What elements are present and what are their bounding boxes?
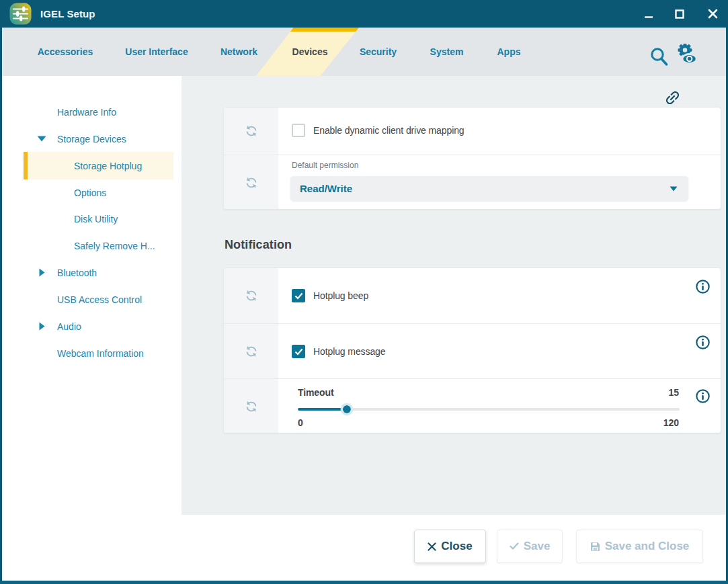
maximize-icon (675, 9, 684, 19)
sidebar-item-options[interactable]: Options (2, 179, 181, 206)
drive-mapping-checkbox[interactable] (292, 124, 305, 137)
reset-hotplug-message-button[interactable] (224, 324, 278, 378)
timeout-row: Timeout 15 0 120 (224, 378, 721, 433)
sidebar-item-disk-utility[interactable]: Disk Utility (2, 205, 181, 233)
gear-eye-icon (676, 44, 700, 68)
tab-system[interactable]: System (418, 28, 475, 76)
window-title: IGEL Setup (40, 0, 95, 28)
close-x-icon (428, 542, 436, 551)
close-button[interactable]: Close (414, 530, 486, 563)
tab-user-interface[interactable]: User Interface (115, 28, 198, 76)
minimize-icon (644, 9, 653, 19)
reset-default-permission-button[interactable] (224, 155, 278, 210)
sidebar-item-storage-hotplug[interactable]: Storage Hotplug (24, 152, 173, 179)
save-check-icon (510, 542, 519, 550)
timeout-slider-fill (298, 408, 347, 411)
chevron-collapsed-icon[interactable] (36, 321, 47, 332)
default-permission-row: Default permission Read/Write (224, 155, 721, 210)
default-permission-body: Default permission Read/Write (278, 155, 721, 210)
tab-security[interactable]: Security (350, 28, 407, 76)
view-settings-button[interactable] (674, 42, 701, 69)
save-button[interactable]: Save (497, 530, 563, 563)
igel-logo (9, 3, 32, 25)
default-permission-select[interactable]: Read/Write (290, 176, 688, 201)
reset-icon (244, 399, 259, 414)
drive-mapping-body: Enable dynamic client drive mapping (278, 108, 721, 155)
hotplug-beep-label: Hotplug beep (313, 290, 368, 301)
sidebar-item-storage-devices[interactable]: Storage Devices (2, 125, 181, 153)
timeout-value: 15 (668, 387, 679, 398)
floppy-disk-icon (590, 542, 600, 552)
reset-timeout-button[interactable] (224, 379, 278, 433)
drive-mapping-label: Enable dynamic client drive mapping (313, 125, 464, 136)
notification-card: Hotplug beep (223, 267, 721, 433)
timeout-min: 0 (298, 417, 303, 428)
reset-icon (244, 124, 259, 138)
sidebar-item-safely-remove[interactable]: Safely Remove H... (2, 232, 181, 259)
tab-accessories[interactable]: Accessories (28, 28, 102, 76)
hotplug-message-body: Hotplug message (278, 324, 721, 378)
window-border-left (0, 0, 2, 584)
hotplug-beep-checkbox-row[interactable]: Hotplug beep (292, 289, 368, 302)
checkmark-icon (294, 292, 303, 300)
reset-hotplug-beep-button[interactable] (224, 268, 278, 323)
reset-drive-mapping-button[interactable] (224, 108, 278, 155)
hotplug-message-checkbox-row[interactable]: Hotplug message (292, 345, 385, 358)
hotplug-beep-body: Hotplug beep (278, 268, 721, 323)
hotplug-message-label: Hotplug message (313, 346, 385, 357)
hotplug-message-row: Hotplug message (224, 323, 721, 378)
timeout-body: Timeout 15 0 120 (278, 379, 721, 433)
drive-mapping-checkbox-row[interactable]: Enable dynamic client drive mapping (292, 124, 464, 137)
default-permission-value: Read/Write (290, 183, 352, 194)
sidebar-item-bluetooth[interactable]: Bluetooth (2, 259, 181, 286)
hotplug-message-checkbox[interactable] (292, 345, 305, 358)
search-icon (649, 46, 670, 67)
search-button[interactable] (645, 43, 672, 70)
minimize-button[interactable] (637, 0, 660, 28)
default-permission-label: Default permission (292, 161, 358, 170)
notification-section-title: Notification (225, 238, 292, 252)
close-icon (708, 9, 718, 19)
drive-mapping-card: Enable dynamic client drive mapping Defa… (223, 107, 721, 210)
sidebar-item-audio[interactable]: Audio (2, 312, 181, 340)
chevron-expanded-icon[interactable] (36, 134, 47, 144)
sidebar-item-webcam-information[interactable]: Webcam Information (2, 339, 181, 367)
select-caret-icon (670, 186, 678, 192)
tab-network[interactable]: Network (210, 28, 268, 76)
sidebar-item-usb-access-control[interactable]: USB Access Control (2, 286, 181, 313)
timeout-slider-thumb[interactable] (341, 403, 353, 415)
info-icon[interactable] (696, 335, 710, 349)
checkmark-icon (294, 348, 303, 356)
link-icon[interactable] (663, 89, 682, 107)
sidebar-item-hardware-info[interactable]: Hardware Info (2, 98, 181, 126)
window-border-bottom (0, 581, 728, 584)
tab-devices[interactable]: Devices (280, 28, 340, 76)
reset-icon (244, 175, 259, 190)
drive-mapping-row: Enable dynamic client drive mapping (224, 108, 721, 155)
sidebar-nav: Hardware Info Storage Devices Storage Ho… (2, 76, 181, 515)
hotplug-beep-row: Hotplug beep (224, 268, 721, 323)
igel-setup-window: IGEL Setup Accessories User Interface Ne… (0, 0, 728, 584)
reset-icon (244, 344, 259, 359)
timeout-label: Timeout (298, 387, 334, 398)
titlebar: IGEL Setup (0, 0, 728, 28)
timeout-max: 120 (663, 417, 679, 428)
close-window-button[interactable] (701, 0, 724, 28)
footer: Close Save Save and Close (2, 515, 726, 581)
chevron-collapsed-icon[interactable] (36, 267, 47, 278)
info-icon[interactable] (696, 389, 710, 403)
timeout-slider-track[interactable] (298, 408, 680, 411)
maximize-button[interactable] (668, 0, 691, 28)
reset-icon (244, 288, 259, 303)
save-and-close-button[interactable]: Save and Close (576, 530, 703, 563)
info-icon[interactable] (696, 280, 710, 294)
tab-apps[interactable]: Apps (484, 28, 534, 76)
tabbar: Accessories User Interface Network Devic… (2, 28, 726, 76)
hotplug-beep-checkbox[interactable] (292, 289, 305, 302)
